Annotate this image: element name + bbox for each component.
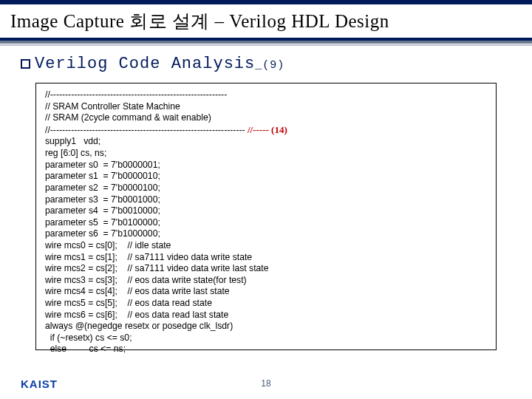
bullet-icon <box>21 59 30 69</box>
line-annotation: //----- (14) <box>248 124 287 135</box>
code-listing: //--------------------------------------… <box>35 83 497 350</box>
subtitle-suffix: _(9) <box>255 59 284 72</box>
code-header: //--------------------------------------… <box>45 89 248 135</box>
subtitle: Verilog Code Analysis_(9) <box>21 55 284 73</box>
page-number: 18 <box>0 378 532 389</box>
title-bar: Image Capture 회로 설계 – Verilog HDL Design <box>0 6 532 42</box>
subtitle-main: Verilog Code Analysis <box>35 55 255 73</box>
slide-title: Image Capture 회로 설계 – Verilog HDL Design <box>10 11 389 31</box>
code-body: supply1 vdd; reg [6:0] cs, ns; parameter… <box>45 136 487 355</box>
stripe-mid <box>0 41 532 44</box>
top-stripe <box>0 0 532 4</box>
stripe-light <box>0 44 532 46</box>
